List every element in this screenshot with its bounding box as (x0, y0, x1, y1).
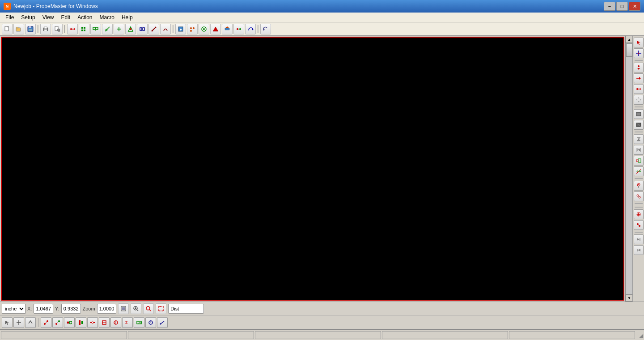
menu-file[interactable]: File (2, 13, 17, 21)
y-label: Y: (55, 306, 59, 311)
bt-sep-1 (38, 318, 38, 327)
scroll-down-arrow[interactable]: ▼ (626, 294, 633, 302)
svg-rect-102 (159, 306, 163, 311)
feature-btn-6[interactable] (125, 24, 136, 34)
menu-help[interactable]: Help (118, 13, 136, 21)
feature-btn-1[interactable] (67, 24, 78, 34)
feature-btn-3[interactable] (90, 24, 101, 34)
bt-btn-10[interactable] (110, 317, 121, 328)
close-button[interactable]: ✕ (629, 2, 640, 11)
svg-rect-30 (143, 28, 144, 30)
save-button[interactable] (25, 24, 36, 34)
status-area: inche mm X: 1.0467 Y: 0.9332 Zoom 1.0000… (0, 302, 644, 315)
feature-btn-7[interactable] (137, 24, 148, 34)
scroll-track[interactable] (626, 43, 632, 294)
svg-marker-27 (128, 27, 133, 31)
feature-btn-5[interactable] (114, 24, 124, 34)
main-toolbar: ▶ (0, 22, 644, 36)
app-icon: N (4, 3, 11, 10)
action-btn-1[interactable]: ▶ (175, 24, 186, 34)
rt-probe2-btn[interactable] (634, 191, 644, 201)
rt-pointer-btn[interactable] (634, 38, 644, 47)
rt-dot-right-btn[interactable] (634, 84, 644, 94)
action-btn-7[interactable] (245, 24, 256, 34)
zoom-in-btn[interactable] (131, 303, 141, 314)
bt-btn-1[interactable] (2, 317, 13, 328)
rt-dot-down-btn[interactable] (634, 63, 644, 72)
restore-button[interactable]: □ (616, 2, 628, 11)
resize-grip[interactable]: ◢ (636, 332, 643, 339)
rt-mirror-v-btn[interactable] (634, 134, 644, 144)
menu-macro[interactable]: Macro (96, 13, 118, 21)
svg-point-82 (639, 196, 640, 198)
rt-sep-5 (635, 203, 643, 204)
feature-btn-8[interactable] (148, 24, 159, 34)
svg-point-32 (152, 30, 153, 31)
action-btn-6[interactable] (233, 24, 244, 34)
new-button[interactable] (2, 24, 13, 34)
rt-mirror-h-btn[interactable] (634, 145, 644, 155)
x-field: 1.0467 (34, 304, 53, 314)
bt-btn-5[interactable] (52, 317, 63, 328)
feature-btn-4[interactable] (102, 24, 113, 34)
rt-arrow-right-btn[interactable] (634, 73, 644, 83)
action-btn-4[interactable] (210, 24, 221, 34)
zoom-mode-btn[interactable] (143, 303, 154, 314)
rt-move-btn[interactable] (634, 95, 644, 105)
canvas-area[interactable] (1, 37, 624, 301)
bottom-toolbar: Σ DM ° (0, 315, 644, 329)
bt-btn-11[interactable]: Σ (122, 317, 133, 328)
rt-rect1-btn[interactable] (634, 109, 644, 119)
scroll-up-arrow[interactable]: ▲ (626, 36, 633, 43)
action-btn-5[interactable] (222, 24, 233, 34)
svg-rect-74 (638, 159, 641, 162)
menu-action[interactable]: Action (74, 13, 96, 21)
rt-probe-btn[interactable] (634, 181, 644, 191)
rt-scale1-btn[interactable] (634, 156, 644, 166)
undo-button[interactable] (260, 24, 271, 34)
bottom-status-bar: ◢ (0, 329, 644, 340)
action-btn-3[interactable] (199, 24, 209, 34)
bt-btn-8[interactable] (87, 317, 98, 328)
rt-rect2-btn[interactable] (634, 120, 644, 130)
bt-btn-6[interactable] (64, 317, 75, 328)
print-preview-button[interactable] (52, 24, 63, 34)
bt-btn-7[interactable] (76, 317, 86, 328)
feature-btn-9[interactable] (160, 24, 171, 34)
menu-edit[interactable]: Edit (58, 13, 74, 21)
bt-btn-4[interactable] (41, 317, 51, 328)
svg-point-81 (637, 195, 639, 196)
zoom-fit-btn[interactable] (118, 303, 129, 314)
svg-marker-43 (225, 26, 229, 28)
svg-marker-90 (637, 238, 640, 241)
bt-btn-14[interactable] (157, 317, 168, 328)
rt-back-btn[interactable] (634, 245, 644, 255)
bt-btn-9[interactable] (99, 317, 110, 328)
rt-add-feature-btn[interactable] (634, 209, 644, 219)
rt-crosshair-btn[interactable] (634, 48, 644, 58)
scroll-thumb[interactable] (626, 43, 632, 57)
rt-sep-4 (635, 178, 643, 179)
menu-view[interactable]: View (39, 13, 58, 21)
rt-scale2-btn[interactable]: AA (634, 166, 644, 176)
rt-sep-7 (635, 232, 643, 233)
title-bar-left: N Newjob - ProbeMaster for Windows (4, 3, 98, 10)
rt-forward-btn[interactable] (634, 234, 644, 244)
open-button[interactable] (13, 24, 24, 34)
menu-bar: File Setup View Edit Action Macro Help (0, 13, 644, 22)
action-btn-2[interactable] (187, 24, 198, 34)
menu-setup[interactable]: Setup (17, 13, 38, 21)
rt-sep-2 (635, 106, 643, 107)
unit-select[interactable]: inche mm (2, 304, 25, 314)
feature-btn-2[interactable] (79, 24, 89, 34)
svg-marker-63 (640, 99, 641, 101)
bt-btn-3[interactable] (25, 317, 36, 328)
minimize-button[interactable]: − (604, 2, 615, 11)
bt-btn-12[interactable]: DM (134, 317, 144, 328)
svg-point-28 (130, 28, 131, 30)
rt-measure-btn[interactable] (634, 220, 644, 230)
bt-btn-13[interactable]: ° (145, 317, 156, 328)
print-button[interactable] (40, 24, 51, 34)
bt-btn-2[interactable] (13, 317, 24, 328)
zoom-window-btn[interactable] (156, 303, 166, 314)
